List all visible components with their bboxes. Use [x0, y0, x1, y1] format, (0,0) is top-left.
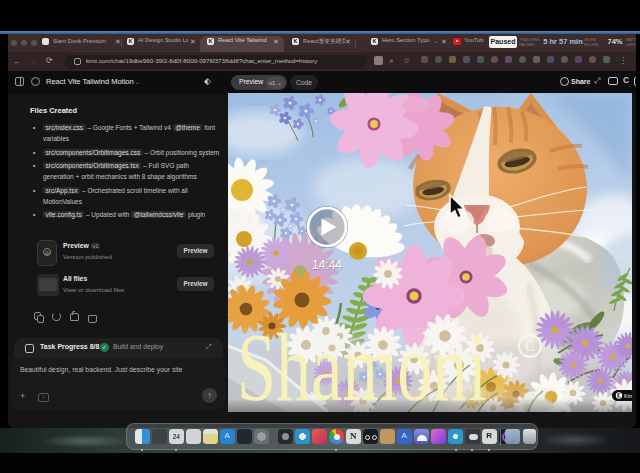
svg-text:Kimi: Kimi [624, 393, 632, 399]
svg-text:C: C [525, 338, 535, 354]
svg-text:14:44: 14:44 [312, 258, 342, 272]
svg-text:Shamoni: Shamoni [237, 314, 487, 412]
